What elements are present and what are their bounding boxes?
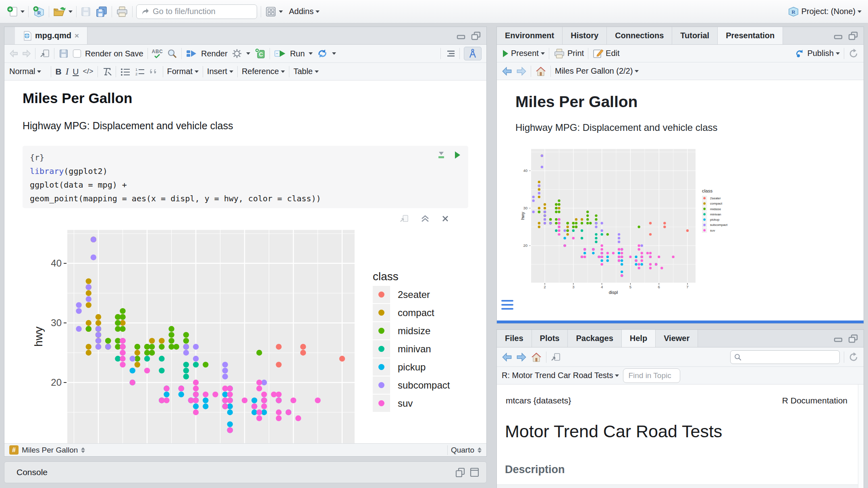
help-popout-icon[interactable] (550, 352, 561, 362)
print-icon[interactable] (116, 6, 129, 18)
rerun-caret[interactable] (332, 52, 336, 55)
outline-updown-icon[interactable] (81, 447, 85, 453)
run-chunk-icon[interactable] (454, 151, 461, 159)
console-pane[interactable]: Console (4, 461, 487, 483)
help-scrollbar-vertical[interactable] (858, 385, 864, 488)
outline-location[interactable]: Miles Per Gallon (22, 446, 78, 455)
render-button-label[interactable]: Render (201, 49, 228, 58)
print-presentation-button[interactable]: Print (553, 48, 584, 59)
code-format-button[interactable]: </> (83, 67, 93, 76)
table-menu[interactable]: Table (293, 67, 319, 76)
save-doc-icon[interactable] (58, 48, 69, 59)
console-restore-icon[interactable] (455, 467, 465, 478)
help-topic-select[interactable]: R: Motor Trend Car Road Tests (502, 371, 619, 380)
blockquote-icon[interactable] (149, 68, 159, 76)
bold-button[interactable]: B (55, 67, 61, 77)
slide-back-icon[interactable] (502, 66, 512, 76)
numbered-list-icon[interactable]: 1 2 (135, 68, 145, 76)
publish-icon (795, 48, 805, 59)
svg-text:2seater: 2seater (398, 289, 430, 300)
outline-toggle-icon[interactable] (445, 50, 455, 58)
code-chunk[interactable]: {r}library(ggplot2)ggplot(data = mpg) + … (23, 146, 468, 208)
open-file-button[interactable] (53, 6, 73, 18)
underline-button[interactable]: U (73, 67, 79, 77)
minimize-pane-icon[interactable] (834, 335, 843, 342)
slide-forward-icon[interactable] (516, 66, 527, 76)
clear-formatting-icon[interactable] (102, 67, 112, 76)
find-in-topic-input[interactable] (623, 368, 680, 383)
tab-help[interactable]: Help (622, 330, 656, 347)
spellcheck-button[interactable]: ABC (152, 49, 163, 58)
goto-file-input[interactable] (153, 7, 241, 16)
tab-packages[interactable]: Packages (568, 330, 621, 347)
code-chunk-lines: {r}library(ggplot2)ggplot(data = mpg) + … (30, 151, 461, 205)
minimize-pane-icon[interactable] (834, 32, 843, 39)
help-refresh-icon[interactable] (848, 352, 859, 362)
edit-presentation-button[interactable]: Edit (592, 48, 619, 59)
minimize-pane-icon[interactable] (457, 32, 466, 39)
render-settings-caret[interactable] (246, 52, 250, 55)
panes-layout-button[interactable] (265, 6, 283, 18)
forward-icon[interactable] (22, 50, 31, 58)
tab-mpg-qmd[interactable]: mpg.qmd × (15, 27, 87, 44)
tab-viewer[interactable]: Viewer (656, 330, 698, 347)
tab-history[interactable]: History (563, 27, 607, 44)
project-menu-button[interactable]: R Project: (None) (787, 6, 862, 18)
render-settings-gear-icon[interactable] (232, 48, 242, 59)
visual-editor-toggle[interactable] (464, 47, 482, 60)
tab-connections[interactable]: Connections (607, 27, 672, 44)
tab-label: mpg.qmd (35, 31, 71, 40)
render-on-save-checkbox[interactable] (73, 50, 81, 58)
insert-chunk-icon[interactable]: C (254, 48, 266, 59)
console-maximize-icon[interactable] (469, 467, 479, 478)
save-icon[interactable] (80, 6, 91, 17)
tab-presentation[interactable]: Presentation (718, 27, 783, 44)
new-project-button[interactable]: R (32, 5, 45, 18)
addins-button[interactable]: Addins (289, 7, 320, 16)
help-search-input[interactable] (744, 353, 833, 362)
run-chunks-above-icon[interactable] (437, 151, 446, 159)
svg-text:pickup: pickup (710, 218, 720, 221)
tab-tutorial[interactable]: Tutorial (672, 27, 718, 44)
mode-updown-icon[interactable] (478, 447, 482, 453)
run-button-label[interactable]: Run (290, 49, 305, 58)
insert-menu[interactable]: Insert (207, 67, 233, 76)
run-icon[interactable] (274, 49, 286, 58)
publish-button[interactable]: Publish (795, 48, 840, 59)
help-forward-icon[interactable] (516, 352, 527, 362)
format-menu[interactable]: Format (167, 67, 199, 76)
run-caret[interactable] (309, 52, 313, 55)
bullet-list-icon[interactable] (120, 68, 131, 76)
help-toolbar (497, 347, 864, 367)
refresh-icon[interactable] (848, 48, 859, 59)
tab-files[interactable]: Files (497, 330, 532, 347)
paragraph-style-select[interactable]: Normal (9, 67, 41, 76)
tab-close-icon[interactable]: × (75, 31, 79, 40)
editor-mode[interactable]: Quarto (451, 446, 474, 455)
find-replace-icon[interactable] (167, 48, 177, 59)
save-all-icon[interactable] (95, 6, 108, 18)
reference-menu[interactable]: Reference (242, 67, 285, 76)
slide-select[interactable]: Miles Per Gallon (2/2) (555, 66, 639, 76)
help-search[interactable] (730, 350, 840, 364)
help-home-icon[interactable] (531, 352, 542, 363)
rerun-icon[interactable] (317, 48, 328, 59)
new-file-button[interactable] (6, 6, 25, 18)
render-icon[interactable] (186, 49, 197, 58)
help-scrollbar-horizontal[interactable] (497, 484, 858, 488)
maximize-pane-icon[interactable] (848, 334, 858, 343)
tab-environment[interactable]: Environment (497, 27, 563, 44)
home-slide-icon[interactable] (535, 66, 546, 77)
slide-menu-icon[interactable] (501, 300, 513, 310)
help-back-icon[interactable] (502, 352, 512, 362)
italic-button[interactable]: I (66, 66, 69, 77)
document-editor[interactable]: Miles Per Gallon Highway MPG: Displaceme… (4, 81, 486, 443)
maximize-pane-icon[interactable] (848, 31, 858, 40)
goto-file-search[interactable] (136, 4, 257, 19)
back-icon[interactable] (9, 50, 18, 58)
open-in-window-icon[interactable] (39, 49, 50, 58)
help-document[interactable]: mtcars {datasets} R Documentation Motor … (497, 385, 864, 488)
present-button[interactable]: Present (502, 49, 545, 58)
maximize-pane-icon[interactable] (471, 31, 481, 40)
tab-plots[interactable]: Plots (532, 330, 568, 347)
